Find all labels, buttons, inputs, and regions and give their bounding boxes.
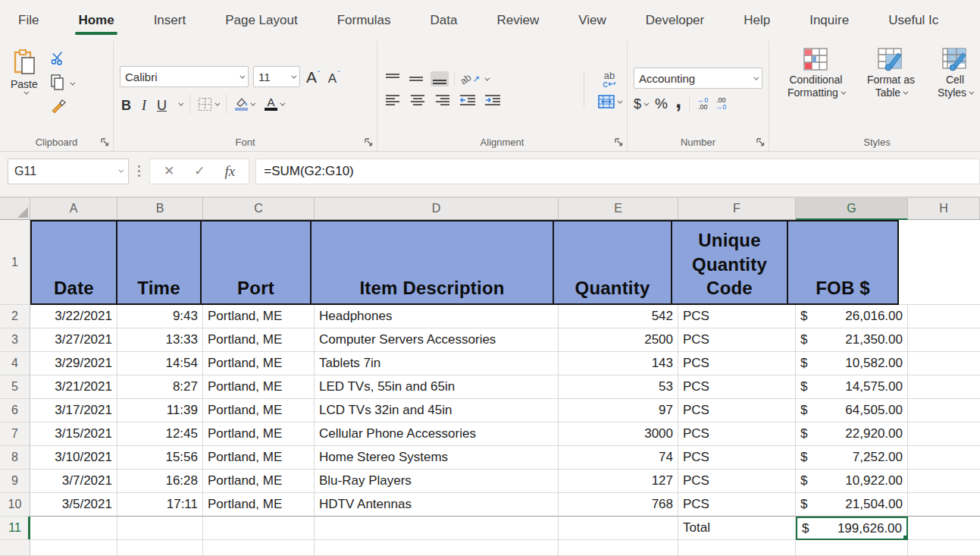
cell-c6[interactable]: Portland, ME (203, 399, 315, 422)
cell-c4[interactable]: Portland, ME (203, 352, 315, 375)
bottom-align-button[interactable] (431, 71, 449, 86)
tab-useful-ic[interactable]: Useful Ic (888, 0, 938, 41)
row-header-12[interactable] (0, 540, 30, 556)
cell-b9[interactable]: 16:28 (117, 470, 203, 493)
font-color-button[interactable]: A (265, 97, 283, 111)
paste-button[interactable]: Paste (6, 47, 42, 96)
cell-g12[interactable] (796, 540, 908, 556)
cell-f2[interactable]: PCS (678, 305, 796, 328)
cell-c8[interactable]: Portland, ME (203, 446, 315, 470)
column-header-a[interactable]: A (30, 198, 117, 220)
cell-f9[interactable]: PCS (678, 470, 796, 493)
align-right-button[interactable] (434, 93, 452, 108)
comma-style-button[interactable]: , (675, 96, 681, 104)
cell-a9[interactable]: 3/7/2021 (30, 470, 117, 493)
cell-b12[interactable] (117, 540, 203, 556)
cut-button[interactable] (50, 50, 74, 68)
cell-h8[interactable] (908, 446, 980, 470)
cell-f10[interactable]: PCS (678, 493, 796, 517)
row-header-10[interactable]: 10 (0, 493, 30, 517)
cell-g9[interactable]: $10,922.00 (796, 470, 908, 493)
formula-input[interactable]: =SUM(G2:G10) (255, 159, 980, 184)
tab-file[interactable]: File (18, 0, 39, 41)
cell-a7[interactable]: 3/15/2021 (30, 422, 117, 446)
cell-f8[interactable]: PCS (678, 446, 796, 470)
tab-home[interactable]: Home (78, 0, 114, 41)
tab-review[interactable]: Review (496, 0, 539, 41)
cell-g2[interactable]: $26,016.00 (796, 305, 908, 328)
cell-a10[interactable]: 3/5/2021 (30, 493, 117, 517)
font-dialog-launcher[interactable] (364, 137, 374, 147)
cell-e7[interactable]: 3000 (559, 422, 678, 446)
italic-button[interactable]: I (140, 94, 148, 114)
cell-a5[interactable]: 3/21/2021 (30, 375, 117, 399)
decrease-decimal-button[interactable]: .00 →0 (715, 97, 726, 111)
cell-styles-button[interactable]: Cell Styles (931, 47, 978, 99)
cell-f11-total-label[interactable]: Total (678, 517, 796, 540)
align-center-button[interactable] (409, 93, 427, 108)
cell-a11[interactable] (30, 517, 117, 540)
cancel-button[interactable]: ✕ (164, 163, 174, 179)
font-size-combobox[interactable]: 11 (253, 66, 300, 87)
fill-color-button[interactable] (234, 97, 254, 111)
number-dialog-launcher[interactable] (756, 137, 766, 147)
cell-h2[interactable] (908, 305, 980, 328)
cell-f6[interactable]: PCS (678, 399, 796, 422)
cell-h5[interactable] (908, 375, 980, 399)
cell-b11[interactable] (117, 517, 203, 540)
cell-b7[interactable]: 12:45 (117, 422, 203, 446)
header-cell-d1[interactable]: Item Description (310, 220, 554, 305)
cell-d10[interactable]: HDTV Antennas (315, 493, 559, 517)
number-format-combobox[interactable]: Accounting (634, 68, 762, 89)
cell-b2[interactable]: 9:43 (117, 305, 203, 328)
top-align-button[interactable] (384, 71, 402, 86)
underline-button[interactable]: U (155, 94, 168, 114)
cell-d4[interactable]: Tablets 7in (315, 352, 559, 375)
percent-style-button[interactable]: % (655, 96, 668, 112)
column-header-e[interactable]: E (559, 198, 678, 220)
cell-f5[interactable]: PCS (678, 375, 796, 399)
cell-c7[interactable]: Portland, ME (203, 422, 315, 446)
borders-button[interactable] (198, 97, 218, 112)
column-header-h[interactable]: H (908, 198, 980, 220)
cell-f12[interactable] (678, 540, 796, 556)
cell-e4[interactable]: 143 (559, 352, 678, 375)
cell-e2[interactable]: 542 (559, 305, 678, 328)
cell-d12[interactable] (315, 540, 559, 556)
row-header-11[interactable]: 11 (0, 517, 30, 540)
column-header-b[interactable]: B (117, 198, 203, 220)
align-left-button[interactable] (384, 93, 402, 108)
cell-e8[interactable]: 74 (559, 446, 678, 470)
column-header-g[interactable]: G (796, 198, 908, 220)
cell-d8[interactable]: Home Stereo Systems (315, 446, 559, 470)
cell-b8[interactable]: 15:56 (117, 446, 203, 470)
tab-help[interactable]: Help (744, 0, 770, 41)
cell-h6[interactable] (908, 399, 980, 422)
cell-g6[interactable]: $64,505.00 (796, 399, 908, 422)
cell-h4[interactable] (908, 352, 980, 375)
cell-f4[interactable]: PCS (678, 352, 796, 375)
cell-c5[interactable]: Portland, ME (203, 375, 315, 399)
cell-e3[interactable]: 2500 (559, 328, 678, 352)
cell-b6[interactable]: 11:39 (117, 399, 203, 422)
wrap-text-button[interactable]: ab c↩ (598, 71, 621, 88)
cell-h11[interactable] (908, 517, 980, 540)
cell-e6[interactable]: 97 (559, 399, 678, 422)
shrink-font-button[interactable]: A ˇ (327, 67, 342, 86)
column-header-d[interactable]: D (315, 198, 559, 220)
header-cell-g1[interactable]: FOB $ (787, 220, 899, 305)
format-painter-button[interactable] (50, 99, 74, 117)
cell-g7[interactable]: $22,920.00 (796, 422, 908, 446)
cell-c11[interactable] (203, 517, 315, 540)
row-header-2[interactable]: 2 (0, 305, 30, 328)
cell-c3[interactable]: Portland, ME (203, 328, 315, 352)
cell-f7[interactable]: PCS (678, 422, 796, 446)
active-cell-g11[interactable]: $199,626.00 (796, 517, 908, 540)
bold-button[interactable]: B (120, 94, 133, 114)
header-cell-e1[interactable]: Quantity (553, 220, 672, 305)
cell-g3[interactable]: $21,350.00 (796, 328, 908, 352)
increase-decimal-button[interactable]: ←0 .00 (697, 97, 708, 111)
tab-inquire[interactable]: Inquire (809, 0, 849, 41)
cell-h10[interactable] (908, 493, 980, 517)
cell-d9[interactable]: Blu-Ray Players (315, 470, 559, 493)
